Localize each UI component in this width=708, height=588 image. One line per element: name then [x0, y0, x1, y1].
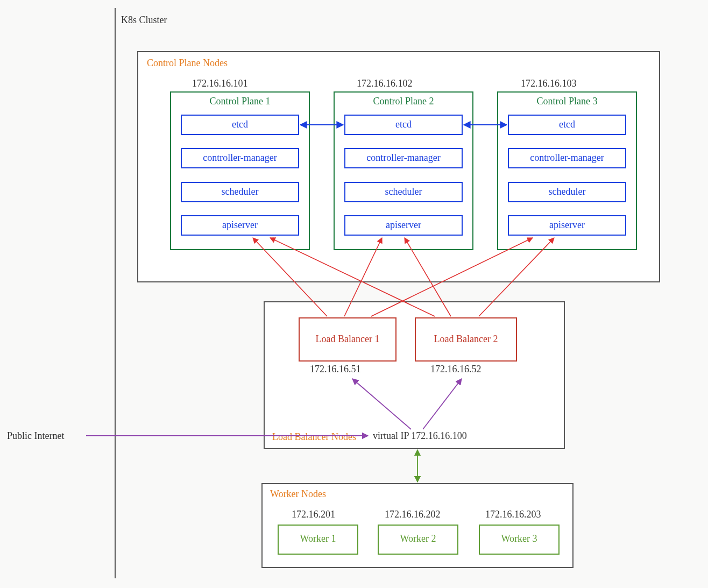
w2-name: Worker 2	[379, 533, 457, 544]
cp2-etcd: etcd	[344, 115, 463, 135]
vertical-divider	[115, 8, 116, 578]
cp1-etcd: etcd	[181, 115, 299, 135]
public-internet-label: Public Internet	[7, 430, 64, 442]
control-plane-group-title: Control Plane Nodes	[147, 58, 228, 69]
cluster-title: K8s Cluster	[121, 15, 167, 26]
worker-3: Worker 3	[479, 525, 560, 555]
cp3-etcd-label: etcd	[509, 119, 625, 130]
cp3-api-label: apiserver	[509, 219, 625, 231]
cp1-name: Control Plane 1	[171, 96, 309, 107]
load-balancer-1: Load Balancer 1	[299, 317, 397, 362]
lb2-name: Load Balancer 2	[416, 334, 516, 345]
cp1-etcd-label: etcd	[182, 119, 298, 130]
lb1-name: Load Balancer 1	[300, 334, 395, 345]
worker-group-title: Worker Nodes	[270, 488, 326, 500]
cp2-apiserver: apiserver	[344, 215, 463, 236]
worker-2: Worker 2	[378, 525, 458, 555]
cp3-name: Control Plane 3	[498, 96, 636, 107]
cp2-sched-label: scheduler	[345, 186, 462, 197]
cp1-api-label: apiserver	[182, 219, 298, 231]
cp3-controller-manager: controller-manager	[508, 148, 626, 168]
cp2-controller-manager: controller-manager	[344, 148, 463, 168]
cp2-scheduler: scheduler	[344, 182, 463, 202]
lb-group-title: Load Balancer Nodes	[272, 431, 356, 443]
cp2-etcd-label: etcd	[345, 119, 462, 130]
load-balancer-2: Load Balancer 2	[415, 317, 517, 362]
cp3-apiserver: apiserver	[508, 215, 626, 236]
cp2-name: Control Plane 2	[335, 96, 472, 107]
cp3-etcd: etcd	[508, 115, 626, 135]
cp3-sched-label: scheduler	[509, 186, 625, 197]
cp3-cm-label: controller-manager	[509, 152, 625, 164]
cp2-api-label: apiserver	[345, 219, 462, 231]
cp1-apiserver: apiserver	[181, 215, 299, 236]
w3-name: Worker 3	[480, 533, 558, 544]
worker-1: Worker 1	[278, 525, 358, 555]
cp1-cm-label: controller-manager	[182, 152, 298, 164]
cp2-cm-label: controller-manager	[345, 152, 462, 164]
cp3-scheduler: scheduler	[508, 182, 626, 202]
cp1-controller-manager: controller-manager	[181, 148, 299, 168]
cp1-sched-label: scheduler	[182, 186, 298, 197]
cp1-scheduler: scheduler	[181, 182, 299, 202]
w1-name: Worker 1	[279, 533, 357, 544]
